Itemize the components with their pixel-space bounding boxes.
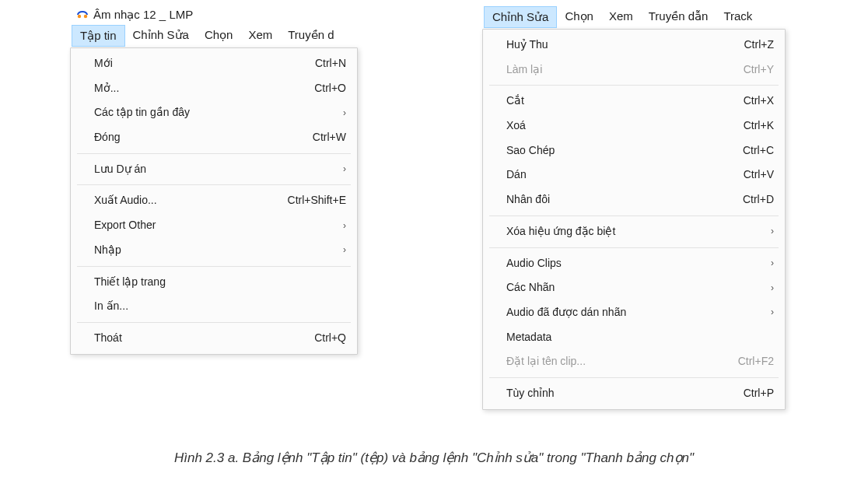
menu-item-label: Các Nhãn — [506, 279, 758, 296]
menu-separator — [489, 247, 779, 248]
menu-separator — [489, 377, 779, 378]
window-titlebar: Âm nhạc 12 _ LMP — [70, 6, 358, 25]
file-menu-item[interactable]: Nhập› — [71, 238, 357, 263]
menu-item-label: Làm lại — [506, 61, 725, 79]
menu-item-shortcut: Ctrl+Shift+E — [288, 192, 346, 209]
chevron-right-icon: › — [766, 256, 774, 271]
menu-item-shortcut: Ctrl+D — [743, 191, 774, 208]
edit-menu-item[interactable]: Huỷ ThuCtrl+Z — [483, 33, 785, 58]
menu-item-shortcut: Ctrl+N — [315, 55, 346, 72]
edit-menu-item[interactable]: Các Nhãn› — [483, 275, 785, 300]
edit-menu-panel: Chỉnh Sửa Chọn Xem Truyền dẫn Track Huỷ … — [482, 6, 786, 410]
menu-item-label: In ấn... — [94, 298, 346, 315]
menubar-item-file[interactable]: Tập tin — [72, 25, 125, 47]
menu-item-label: Thoát — [94, 330, 296, 347]
menu-item-shortcut: Ctrl+P — [744, 385, 774, 402]
menu-item-shortcut: Ctrl+V — [744, 166, 774, 184]
menu-item-shortcut: Ctrl+O — [314, 80, 346, 97]
edit-menu-item[interactable]: XoáCtrl+K — [483, 114, 785, 138]
menubar-item-edit[interactable]: Chỉnh Sửa — [484, 6, 557, 28]
menu-item-label: Mở... — [94, 80, 296, 97]
edit-menu-item: Đặt lại tên clip...Ctrl+F2 — [483, 349, 785, 374]
menubar-right: Chỉnh Sửa Chọn Xem Truyền dẫn Track — [482, 6, 786, 29]
menu-item-label: Sao Chép — [506, 142, 724, 159]
menu-separator — [489, 215, 779, 216]
menu-separator — [77, 266, 351, 267]
chevron-right-icon: › — [766, 281, 774, 296]
menu-separator — [77, 322, 351, 323]
edit-menu-item[interactable]: Xóa hiệu ứng đặc biệt› — [483, 219, 785, 244]
file-menu-item[interactable]: Mở...Ctrl+O — [71, 76, 357, 101]
menu-separator — [77, 184, 351, 185]
menubar-left: Tập tin Chỉnh Sửa Chọn Xem Truyền d — [70, 25, 358, 47]
edit-menu-dropdown: Huỷ ThuCtrl+ZLàm lạiCtrl+YCắtCtrl+XXoáCt… — [482, 29, 786, 410]
svg-point-0 — [78, 15, 81, 18]
file-menu-item[interactable]: ĐóngCtrl+W — [71, 125, 357, 150]
menu-item-label: Cắt — [506, 93, 725, 110]
svg-point-1 — [84, 15, 87, 18]
file-menu-item[interactable]: Các tập tin gần đây› — [71, 100, 357, 125]
file-menu-item[interactable]: Xuất Audio...Ctrl+Shift+E — [71, 188, 357, 213]
menu-item-shortcut: Ctrl+X — [744, 93, 774, 110]
edit-menu-item[interactable]: Metadata — [483, 325, 785, 350]
menubar-item-transport[interactable]: Truyền d — [280, 25, 341, 47]
menubar-item-select[interactable]: Chọn — [557, 6, 601, 28]
chevron-right-icon: › — [338, 106, 346, 121]
menu-item-label: Nhập — [94, 242, 331, 259]
file-menu-item[interactable]: Export Other› — [71, 213, 357, 238]
menu-item-shortcut: Ctrl+C — [743, 142, 774, 159]
edit-menu-item[interactable]: DánCtrl+V — [483, 163, 785, 187]
menu-item-label: Export Other — [94, 217, 331, 234]
menu-item-label: Thiết lập trang — [94, 274, 346, 291]
file-menu-item[interactable]: ThoátCtrl+Q — [71, 326, 357, 351]
menubar-item-edit[interactable]: Chỉnh Sửa — [125, 25, 197, 47]
menu-item-label: Dán — [506, 166, 725, 184]
menu-item-label: Tùy chỉnh — [506, 385, 725, 402]
chevron-right-icon: › — [766, 305, 774, 320]
file-menu-item[interactable]: MớiCtrl+N — [71, 51, 357, 76]
menu-item-shortcut: Ctrl+F2 — [738, 353, 774, 370]
menubar-item-view[interactable]: Xem — [240, 25, 280, 47]
menu-item-label: Các tập tin gần đây — [94, 104, 331, 121]
menu-item-label: Xoá — [506, 117, 725, 135]
menu-item-label: Mới — [94, 55, 296, 72]
chevron-right-icon: › — [338, 243, 346, 258]
menu-item-label: Đóng — [94, 129, 294, 146]
chevron-right-icon: › — [766, 224, 774, 239]
menu-item-label: Xóa hiệu ứng đặc biệt — [506, 223, 758, 240]
menu-item-label: Lưu Dự án — [94, 161, 331, 178]
edit-menu-item[interactable]: Tùy chỉnhCtrl+P — [483, 381, 785, 406]
edit-menu-item[interactable]: Audio đã được dán nhãn› — [483, 300, 785, 325]
menubar-item-transport[interactable]: Truyền dẫn — [641, 6, 716, 28]
edit-menu-item[interactable]: CắtCtrl+X — [483, 89, 785, 114]
edit-menu-item[interactable]: Sao ChépCtrl+C — [483, 138, 785, 163]
menu-item-label: Đặt lại tên clip... — [506, 353, 719, 370]
file-menu-item[interactable]: Lưu Dự án› — [71, 157, 357, 182]
file-menu-item[interactable]: In ấn... — [71, 294, 357, 319]
menu-item-label: Audio đã được dán nhãn — [506, 304, 758, 321]
chevron-right-icon: › — [338, 219, 346, 233]
menu-item-label: Audio Clips — [506, 255, 758, 272]
audacity-icon — [76, 9, 89, 21]
menu-item-shortcut: Ctrl+W — [313, 129, 346, 146]
menu-item-shortcut: Ctrl+Z — [744, 37, 775, 54]
figure-caption: Hình 2.3 a. Bảng lệnh "Tập tin" (tệp) và… — [0, 450, 868, 466]
edit-menu-item[interactable]: Nhân đôiCtrl+D — [483, 187, 785, 212]
edit-menu-item: Làm lạiCtrl+Y — [483, 58, 785, 82]
menu-separator — [77, 153, 351, 154]
menu-item-label: Nhân đôi — [506, 191, 724, 208]
menubar-item-tracks[interactable]: Track — [716, 6, 760, 28]
file-menu-dropdown: MớiCtrl+NMở...Ctrl+OCác tập tin gần đây›… — [70, 47, 358, 355]
window-title: Âm nhạc 12 _ LMP — [93, 8, 193, 22]
menu-item-shortcut: Ctrl+Y — [744, 61, 774, 79]
menu-separator — [489, 85, 779, 86]
menubar-item-view[interactable]: Xem — [601, 6, 641, 28]
menu-item-label: Huỷ Thu — [506, 37, 726, 54]
chevron-right-icon: › — [338, 162, 346, 177]
menubar-item-select[interactable]: Chọn — [197, 25, 241, 47]
menu-item-shortcut: Ctrl+K — [744, 117, 774, 135]
menu-item-label: Metadata — [506, 329, 774, 346]
edit-menu-item[interactable]: Audio Clips› — [483, 251, 785, 276]
file-menu-item[interactable]: Thiết lập trang — [71, 270, 357, 295]
menu-item-shortcut: Ctrl+Q — [314, 330, 346, 347]
